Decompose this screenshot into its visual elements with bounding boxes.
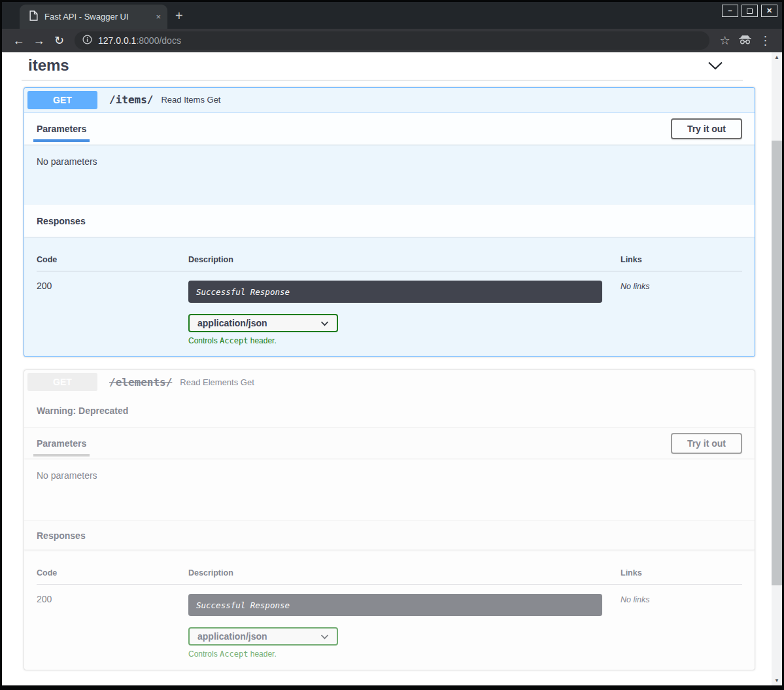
- endpoint-get-elements-deprecated: GET /elements/ Read Elements Get Warning…: [24, 370, 755, 670]
- response-description-text: Successful Response: [188, 594, 602, 616]
- chevron-down-icon: [320, 318, 329, 328]
- scrollbar-thumb[interactable]: [772, 141, 782, 585]
- deprecated-warning-text: Warning: Deprecated: [37, 405, 128, 416]
- response-links: No links: [621, 281, 742, 345]
- response-row-200: 200 Successful Response application/json…: [37, 585, 742, 659]
- code-column-header: Code: [37, 255, 188, 264]
- tab-title: Fast API - Swagger UI: [44, 12, 149, 22]
- responses-header: Responses: [24, 205, 755, 237]
- site-info-icon[interactable]: [82, 35, 92, 47]
- responses-table-head: Code Description Links: [37, 561, 742, 585]
- parameters-header: Parameters Try it out: [24, 112, 755, 145]
- responses-table-head: Code Description Links: [37, 247, 742, 271]
- responses-table: Code Description Links 200 Successful Re…: [24, 550, 755, 659]
- media-type-value: application/json: [197, 318, 267, 328]
- media-type-select[interactable]: application/json: [188, 314, 338, 332]
- address-bar[interactable]: 127.0.0.1:8000/docs: [75, 31, 709, 50]
- browser-menu-icon[interactable]: ⋮: [755, 33, 775, 48]
- deprecated-content: GET /elements/ Read Elements Get Warning…: [24, 370, 755, 659]
- response-code: 200: [37, 281, 188, 345]
- tab-close-icon[interactable]: ×: [156, 12, 161, 22]
- url-host: 127.0.0.1: [98, 35, 136, 46]
- response-row-200: 200 Successful Response application/json…: [37, 271, 742, 345]
- response-links: No links: [621, 594, 742, 659]
- responses-header: Responses: [24, 520, 755, 550]
- window-controls: – ✕: [722, 5, 777, 17]
- try-it-out-button[interactable]: Try it out: [671, 118, 742, 139]
- scroll-up-icon[interactable]: ▲: [772, 54, 782, 60]
- deprecated-warning-row: Warning: Deprecated: [24, 394, 755, 427]
- vertical-scrollbar[interactable]: ▲ ▼: [772, 52, 782, 685]
- links-column-header: Links: [621, 255, 742, 264]
- swagger-ui: items GET /items/ Read Items Get Paramet…: [2, 52, 772, 685]
- accept-header-note: Controls Accept header.: [188, 336, 621, 345]
- media-type-value: application/json: [197, 631, 267, 642]
- responses-title: Responses: [37, 520, 86, 551]
- endpoint-path: /elements/: [109, 376, 172, 388]
- endpoint-get-items: GET /items/ Read Items Get Parameters Tr…: [24, 87, 755, 357]
- window-minimize-button[interactable]: –: [722, 5, 738, 17]
- media-type-select[interactable]: application/json: [188, 627, 338, 646]
- reload-icon[interactable]: ↻: [49, 33, 69, 48]
- no-parameters-text: No parameters: [37, 470, 97, 481]
- parameters-body: No parameters: [24, 458, 755, 520]
- api-section-header[interactable]: items: [22, 52, 743, 80]
- code-column-header: Code: [37, 568, 188, 578]
- chevron-down-icon: [320, 631, 329, 642]
- inactive-tab-underline: [33, 454, 90, 457]
- response-description-text: Successful Response: [188, 281, 602, 303]
- back-icon[interactable]: ←: [9, 34, 29, 48]
- responses-title: Responses: [37, 205, 86, 236]
- scroll-down-icon[interactable]: ▼: [772, 678, 782, 683]
- bookmark-star-icon[interactable]: ☆: [715, 33, 735, 48]
- endpoint-summary[interactable]: GET /elements/ Read Elements Get: [24, 370, 755, 394]
- parameters-body: No parameters: [24, 145, 755, 205]
- active-tab-underline: [33, 139, 90, 142]
- method-badge: GET: [27, 373, 97, 391]
- browser-tab[interactable]: Fast API - Swagger UI ×: [20, 5, 167, 29]
- api-section-title: items: [28, 56, 69, 75]
- response-description-cell: Successful Response application/json Con…: [188, 594, 621, 659]
- links-column-header: Links: [621, 568, 742, 578]
- page-favicon-icon: [29, 10, 38, 24]
- endpoint-path: /items/: [109, 94, 153, 106]
- window-maximize-button[interactable]: [741, 5, 758, 17]
- no-parameters-text: No parameters: [37, 156, 97, 167]
- parameters-header: Parameters Try it out: [24, 427, 755, 458]
- parameters-title: Parameters: [37, 428, 86, 458]
- parameters-title: Parameters: [37, 113, 86, 144]
- accept-header-note: Controls Accept header.: [188, 649, 621, 659]
- response-description-cell: Successful Response application/json Con…: [188, 281, 621, 345]
- description-column-header: Description: [188, 568, 621, 578]
- section-collapse-chevron-icon[interactable]: [707, 61, 723, 73]
- description-column-header: Description: [188, 255, 621, 264]
- tab-strip: Fast API - Swagger UI × + – ✕: [2, 2, 782, 29]
- url-path: :8000/docs: [136, 35, 181, 46]
- window-close-button[interactable]: ✕: [761, 5, 777, 17]
- new-tab-button[interactable]: +: [175, 9, 183, 22]
- page-viewport: items GET /items/ Read Items Get Paramet…: [2, 52, 782, 685]
- endpoint-description: Read Items Get: [161, 95, 220, 105]
- maximize-icon: [747, 9, 753, 14]
- response-code: 200: [37, 594, 188, 659]
- forward-icon[interactable]: →: [29, 34, 49, 48]
- try-it-out-button[interactable]: Try it out: [671, 433, 742, 454]
- browser-toolbar: ← → ↻ 127.0.0.1:8000/docs ☆ ⋮: [2, 29, 782, 52]
- endpoint-description: Read Elements Get: [180, 377, 254, 387]
- method-badge: GET: [27, 91, 97, 109]
- url-text: 127.0.0.1:8000/docs: [98, 35, 181, 46]
- endpoint-summary[interactable]: GET /items/ Read Items Get: [24, 88, 755, 112]
- responses-table: Code Description Links 200 Successful Re…: [24, 237, 755, 345]
- incognito-icon: [735, 34, 755, 48]
